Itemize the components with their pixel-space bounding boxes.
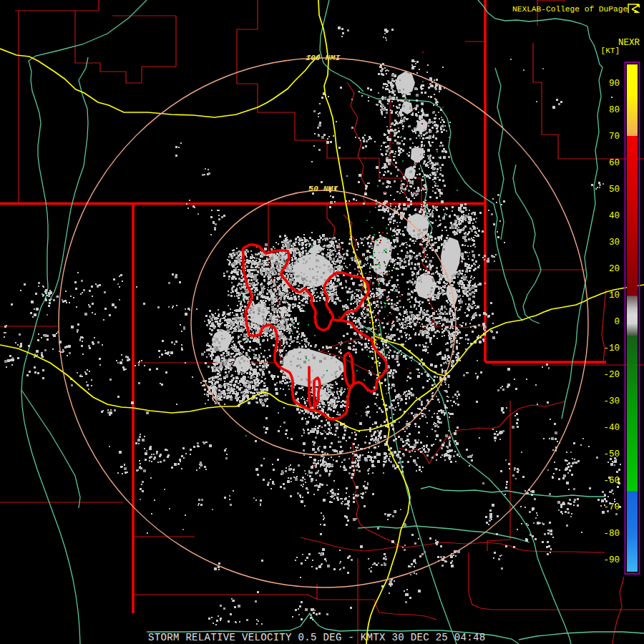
svg-text:10: 10 — [609, 291, 620, 301]
svg-text:50 NMI: 50 NMI — [308, 184, 338, 193]
svg-text:60: 60 — [609, 158, 620, 168]
svg-text:-10: -10 — [603, 343, 620, 353]
svg-text:90: 90 — [609, 79, 620, 89]
svg-text:NEXR: NEXR — [618, 38, 640, 48]
svg-text:70: 70 — [609, 132, 620, 142]
svg-text:50: 50 — [609, 185, 620, 195]
svg-text:-80: -80 — [603, 529, 620, 539]
svg-text:-50: -50 — [603, 449, 620, 459]
svg-text:STORM RELATIVE VELOCITY 0.5 DE: STORM RELATIVE VELOCITY 0.5 DEG - KMTX 3… — [148, 632, 486, 643]
svg-text:-30: -30 — [603, 396, 620, 406]
svg-text:0: 0 — [614, 317, 620, 327]
svg-text:-90: -90 — [603, 555, 620, 565]
svg-text:-70: -70 — [603, 502, 620, 512]
svg-text:100 NMI: 100 NMI — [306, 53, 340, 62]
svg-text:-40: -40 — [603, 423, 620, 433]
svg-text:-20: -20 — [603, 370, 620, 380]
svg-text:-60: -60 — [603, 476, 620, 486]
svg-text:80: 80 — [609, 105, 620, 115]
svg-text:30: 30 — [609, 238, 620, 248]
svg-text:20: 20 — [609, 264, 620, 274]
svg-text:[KT]: [KT] — [601, 47, 620, 55]
svg-text:40: 40 — [609, 211, 620, 221]
svg-text:NEXLAB-College of DuPage: NEXLAB-College of DuPage — [512, 5, 628, 14]
